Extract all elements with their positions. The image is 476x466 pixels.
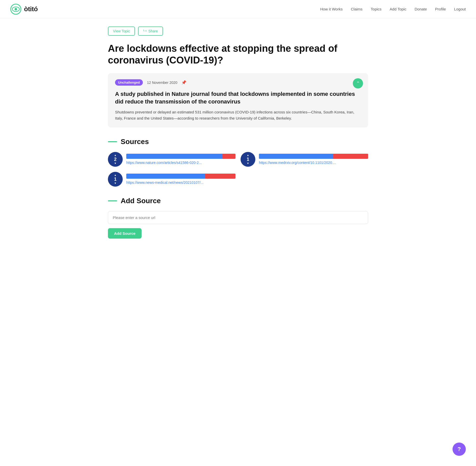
nav-how-it-works[interactable]: How it Works — [320, 7, 343, 11]
vote-count-3: 1 — [114, 177, 117, 182]
nav-profile[interactable]: Profile — [435, 7, 446, 11]
nav-add-topic[interactable]: Add Topic — [390, 7, 407, 11]
logo-text: òtitó — [24, 5, 38, 13]
source-content-3: https://www.news-medical.net/news/202101… — [126, 174, 235, 185]
source-bar-blue-3 — [126, 174, 205, 179]
source-content-1: https://www.nature.com/articles/s41586-0… — [126, 154, 235, 165]
view-topic-label: View Topic — [113, 29, 130, 33]
vote-count-2: 1 — [247, 157, 249, 162]
vote-down-3: ▼ — [114, 182, 117, 185]
vote-circle-3[interactable]: ▲ 1 ▼ — [108, 172, 123, 187]
main-content: View Topic ⮡ Share Are lockdowns effecti… — [98, 18, 378, 254]
vote-up-3: ▲ — [114, 174, 117, 176]
add-source-heading-text: Add Source — [121, 197, 161, 205]
source-item-1: ▲ 2 ▼ https://www.nature.com/articles/s4… — [108, 152, 235, 167]
claim-status-badge: Unchallenged — [115, 79, 143, 86]
nav-claims[interactable]: Claims — [351, 7, 362, 11]
share-label: Share — [148, 29, 158, 33]
claim-date: 12 November 2020 — [147, 81, 177, 85]
claim-body: Shutdowns prevented or delayed an estima… — [115, 109, 361, 121]
source-link-2[interactable]: https://www.medrxiv.org/content/10.1101/… — [259, 161, 336, 165]
svg-point-2 — [15, 8, 17, 10]
add-source-button-label: Add Source — [114, 231, 135, 236]
chevron-up-icon: ⌃ — [356, 81, 360, 86]
claim-title: A study published in Nature journal foun… — [115, 90, 361, 105]
source-bar-blue-1 — [126, 154, 222, 159]
logo-link[interactable]: òtitó — [10, 4, 38, 15]
source-url-input[interactable] — [108, 211, 368, 224]
vote-count-1: 2 — [114, 157, 117, 162]
vote-down-2: ▼ — [247, 162, 249, 165]
claim-card: Unchallenged 12 November 2020 📌 ⌃ A stud… — [108, 73, 368, 127]
share-icon: ⮡ — [143, 29, 147, 33]
top-actions: View Topic ⮡ Share — [108, 27, 368, 36]
pin-icon: 📌 — [181, 80, 186, 85]
vote-up-1: ▲ — [114, 154, 117, 157]
sources-grid: ▲ 2 ▼ https://www.nature.com/articles/s4… — [108, 152, 368, 187]
add-source-button[interactable]: Add Source — [108, 228, 142, 239]
vote-down-1: ▼ — [114, 162, 117, 165]
nav-logout[interactable]: Logout — [454, 7, 466, 11]
source-content-2: https://www.medrxiv.org/content/10.1101/… — [259, 154, 368, 165]
header: òtitó How it Works Claims Topics Add Top… — [0, 0, 476, 18]
add-source-heading: Add Source — [108, 197, 368, 205]
source-item-3: ▲ 1 ▼ https://www.news-medical.net/news/… — [108, 172, 235, 187]
source-link-1[interactable]: https://www.nature.com/articles/s41586-0… — [126, 161, 202, 165]
source-bar-red-1 — [222, 154, 235, 159]
source-item-2: ▲ 1 ▼ https://www.medrxiv.org/content/10… — [241, 152, 368, 167]
source-bar-3 — [126, 174, 235, 179]
source-bar-red-3 — [205, 174, 235, 179]
claim-card-header: Unchallenged 12 November 2020 📌 — [115, 79, 361, 86]
source-bar-red-2 — [333, 154, 368, 159]
logo-icon — [10, 4, 21, 15]
sources-heading: Sources — [108, 138, 368, 146]
source-bar-2 — [259, 154, 368, 159]
source-link-3[interactable]: https://www.news-medical.net/news/202101… — [126, 180, 204, 185]
source-bar-1 — [126, 154, 235, 159]
nav-donate[interactable]: Donate — [415, 7, 427, 11]
add-source-section: Add Source Add Source — [108, 197, 368, 239]
nav-topics[interactable]: Topics — [371, 7, 382, 11]
page-title: Are lockdowns effective at stopping the … — [108, 43, 368, 66]
share-button[interactable]: ⮡ Share — [138, 27, 163, 36]
source-bar-blue-2 — [259, 154, 333, 159]
sources-heading-bar — [108, 141, 117, 142]
vote-up-2: ▲ — [247, 154, 249, 157]
view-topic-button[interactable]: View Topic — [108, 27, 135, 36]
add-source-heading-bar — [108, 200, 117, 201]
expand-button[interactable]: ⌃ — [353, 78, 363, 88]
sources-heading-text: Sources — [121, 138, 149, 146]
main-nav: How it Works Claims Topics Add Topic Don… — [320, 7, 466, 11]
vote-circle-2[interactable]: ▲ 1 ▼ — [241, 152, 255, 167]
vote-circle-1[interactable]: ▲ 2 ▼ — [108, 152, 123, 167]
